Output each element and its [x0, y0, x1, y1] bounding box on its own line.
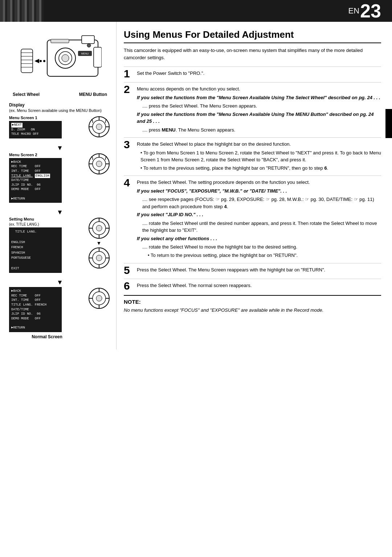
svg-point-22 [96, 124, 102, 130]
step-5-num: 5 [124, 265, 137, 276]
svg-rect-18 [51, 39, 69, 43]
wheel-svg-1 [88, 116, 110, 138]
menu-row-1: Menu Screen 1 ►NEXT D. ZOOM ON TELE MACR… [9, 116, 111, 141]
step-3-content: Rotate the Select Wheel to place the hig… [137, 141, 381, 173]
wheels-right: ▼ [87, 217, 111, 269]
wheel-2 [87, 153, 111, 175]
left-column: MENU Select Wheel MENU Button Display (e… [0, 22, 116, 350]
screen1-line1: ►NEXT [11, 123, 23, 128]
setting-menu-ex: (ex. TITLE LANG.) [9, 222, 85, 226]
step-1-text: Set the Power Switch to "PRO.". [137, 70, 381, 77]
menu-screen-1-label: Menu Screen 1 [9, 116, 85, 120]
normal-screen-row: ►BACK REC TIME OFF INT. TIME OFF TITLE L… [9, 287, 111, 339]
arrow-3: ▼ [97, 240, 102, 246]
svg-point-19 [87, 44, 91, 47]
header-stripe [0, 0, 44, 22]
step-2-sub2-detail: .... press MENU. The Menu Screen appears… [142, 126, 381, 134]
screen2-area: Menu Screen 2 ►BACK REC TIME OFF INT. TI… [9, 153, 85, 205]
menu-screen-1-box: ►NEXT D. ZOOM ON TELE MACRO OFF [9, 121, 62, 138]
step-4-focus-label: If you select "FOCUS", "EXPOSURE", "M.W.… [137, 187, 381, 195]
step-4-other-bullet: • To return to the previous setting, pla… [148, 252, 381, 259]
menu-screen-2-label: Menu Screen 2 [9, 153, 85, 157]
step-3: 3 Rotate the Select Wheel to place the h… [124, 137, 381, 173]
step-3-text: Rotate the Select Wheel to place the hig… [137, 141, 381, 148]
step-6-text: Press the Select Wheel. The normal scree… [137, 282, 381, 289]
wheel-svg-3a [88, 217, 110, 239]
camera-illustration: MENU [9, 29, 111, 88]
right-column: Using Menus For Detailed Adjustment This… [116, 22, 392, 350]
step-2: 2 Menu access depends on the function yo… [124, 82, 381, 134]
svg-point-8 [43, 60, 45, 62]
step-2-sub1-label: If you select the functions from the "Me… [137, 94, 381, 101]
step-5-content: Press the Select Wheel. The Menu Screen … [137, 266, 381, 276]
return-highlight: ►RETURN [11, 326, 25, 330]
select-wheel-label: Select Wheel [13, 92, 40, 97]
svg-rect-15 [94, 47, 102, 67]
step-2-content: Menu access depends on the function you … [137, 85, 381, 134]
english-highlight: ENGLISH [35, 174, 50, 178]
step-3-num: 3 [124, 139, 137, 173]
wheel-svg-2 [88, 153, 110, 175]
note-section: NOTE: No menu functions except "FOCUS" a… [124, 295, 381, 314]
setting-screen-box: TITLE LANG. ENGLISH FRENCH SPANISH PORTU… [9, 227, 62, 273]
step-4-num: 4 [124, 177, 137, 260]
step-6-content: Press the Select Wheel. The normal scree… [137, 282, 381, 291]
svg-rect-14 [82, 36, 94, 44]
step-4-text: Press the Select Wheel. The setting proc… [137, 179, 381, 186]
camera-labels: Select Wheel MENU Button [9, 92, 111, 97]
step-1: 1 Set the Power Switch to "PRO.". [124, 66, 381, 79]
page-title: Using Menus For Detailed Adjustment [124, 29, 381, 43]
step-4-other-label: If you select any other functions . . . [137, 235, 381, 242]
step-4-other-detail: .... rotate the Select Wheel to move the… [142, 243, 381, 251]
step-3-bullet-2: To return to the previous setting, place… [140, 165, 381, 172]
menu-rows: Menu Screen 1 ►NEXT D. ZOOM ON TELE MACR… [9, 116, 111, 342]
arrow-1: ▼ [9, 144, 111, 152]
main-content: MENU Select Wheel MENU Button Display (e… [0, 22, 392, 350]
svg-point-13 [62, 55, 69, 62]
step-6: 6 Press the Select Wheel. The normal scr… [124, 279, 381, 291]
svg-point-7 [40, 60, 42, 62]
menu-row-3: Setting Menu (ex. TITLE LANG.) TITLE LAN… [9, 217, 111, 275]
page-number: 23 [360, 1, 381, 20]
title-lang-line: TITLE LANG. [11, 174, 33, 178]
note-title: NOTE: [124, 299, 381, 305]
svg-marker-9 [34, 59, 39, 63]
svg-point-50 [96, 295, 102, 301]
intro-text: This camcorder is equipped with an easy-… [124, 47, 381, 61]
setting-area: Setting Menu (ex. TITLE LANG.) TITLE LAN… [9, 217, 85, 275]
step-5: 5 Press the Select Wheel. The Menu Scree… [124, 263, 381, 276]
step-2-text: Menu access depends on the function you … [137, 85, 381, 93]
menu-screen-2-box: ►BACK REC TIME OFF INT. TIME OFF TITLE L… [9, 158, 62, 203]
display-label: Display [9, 102, 111, 108]
step-2-num: 2 [124, 84, 137, 134]
wheel-4 [87, 287, 111, 310]
screen1-area: Menu Screen 1 ►NEXT D. ZOOM ON TELE MACR… [9, 116, 85, 141]
step-1-content: Set the Power Switch to "PRO.". [137, 70, 381, 79]
display-section: Display (ex. Menu Screen available using… [9, 102, 111, 342]
normal-screen-area: ►BACK REC TIME OFF INT. TIME OFF TITLE L… [9, 287, 85, 339]
step-4-jlip-detail: .... rotate the Select Wheel until the d… [142, 220, 381, 234]
note-text: No menu functions except "FOCUS" and "EX… [124, 307, 381, 314]
french-highlight: FRENCH [11, 246, 23, 249]
menu-button-label: MENU Button [79, 92, 107, 97]
wheel-svg-3b [88, 247, 110, 269]
svg-text:MENU: MENU [81, 52, 89, 55]
arrow-2: ▼ [9, 209, 111, 216]
display-sublabel: (ex. Menu Screen available using the MEN… [9, 108, 111, 113]
step-1-num: 1 [124, 68, 137, 79]
wheel-1 [87, 116, 111, 138]
svg-point-36 [96, 225, 102, 231]
wheel-svg-4 [88, 287, 110, 310]
step-4: 4 Press the Select Wheel. The setting pr… [124, 175, 381, 260]
step-4-content: Press the Select Wheel. The setting proc… [137, 179, 381, 260]
normal-screen-box: ►BACK REC TIME OFF INT. TIME OFF TITLE L… [9, 287, 62, 332]
step-3-bullet-1: To go from Menu Screen 1 to Menu Screen … [140, 149, 381, 164]
page-en-label: EN [348, 6, 360, 16]
svg-point-43 [96, 255, 102, 261]
side-tab [385, 109, 392, 138]
step-4-jlip-label: If you select "JLIP ID NO." . . . [137, 211, 381, 218]
step-5-text: Press the Select Wheel. The Menu Screen … [137, 266, 381, 274]
step-2-sub1-detail: .... press the Select Wheel. The Menu Sc… [142, 102, 381, 110]
setting-menu-label: Setting Menu [9, 217, 85, 221]
arrow-4: ▼ [9, 279, 111, 286]
